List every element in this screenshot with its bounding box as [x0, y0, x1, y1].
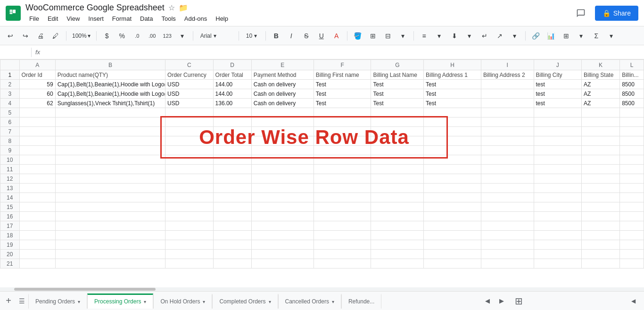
cell-d2[interactable]: 144.00: [213, 80, 251, 89]
cell-c3[interactable]: USD: [165, 89, 213, 99]
sheet-tab-refunded-orders[interactable]: Refunde...: [341, 293, 381, 309]
cell-d4[interactable]: 136.00: [213, 99, 251, 108]
link-button[interactable]: 🔗: [529, 29, 543, 42]
cell-a2[interactable]: 59: [19, 80, 55, 89]
cell-l3[interactable]: 8500: [620, 89, 644, 99]
cell-i4[interactable]: [481, 99, 534, 108]
fill-color-button[interactable]: 🪣: [351, 29, 364, 42]
menu-tools[interactable]: Tools: [157, 14, 179, 24]
italic-button[interactable]: I: [285, 29, 298, 42]
bold-button[interactable]: B: [270, 29, 283, 42]
cell-a4[interactable]: 62: [19, 99, 55, 108]
sheet-list-button[interactable]: ☰: [15, 294, 28, 308]
cell-b4[interactable]: Sunglasses(1),Vneck Tshirt(1),Tshirt(1): [55, 99, 165, 108]
text-rotate-button[interactable]: ↗: [493, 29, 506, 42]
col-header-e[interactable]: E: [251, 60, 314, 70]
cell-f4[interactable]: Test: [314, 99, 371, 108]
comments-button[interactable]: [572, 5, 589, 22]
col-header-j[interactable]: J: [534, 60, 581, 70]
sheet-tab-on-hold-orders[interactable]: On Hold Orders ▾: [153, 293, 212, 309]
strikethrough-button[interactable]: S: [300, 29, 313, 42]
cell-a1[interactable]: Order Id: [19, 70, 55, 80]
merge-button[interactable]: ⊟: [381, 29, 395, 42]
cell-i2[interactable]: [481, 80, 534, 89]
cell-e1[interactable]: Payment Method: [251, 70, 314, 80]
align-left-button[interactable]: ≡: [418, 29, 431, 42]
cell-k1[interactable]: Billing State: [582, 70, 620, 80]
cell-h2[interactable]: Test: [424, 80, 481, 89]
zoom-selector[interactable]: 100% ▾: [70, 32, 92, 40]
filter-button[interactable]: ⊞: [560, 29, 573, 42]
share-button[interactable]: 🔒 Share: [595, 6, 638, 21]
text-wrap-button[interactable]: ↵: [478, 29, 491, 42]
cell-c4[interactable]: USD: [165, 99, 213, 108]
sheet-scroll-right-button[interactable]: ▶: [495, 294, 508, 308]
cell-c1[interactable]: Order Currency: [165, 70, 213, 80]
sheet-tab-processing-orders[interactable]: Processing Orders ▾: [87, 293, 153, 309]
horizontal-scrollbar-thumb[interactable]: [14, 288, 156, 291]
cell-l4[interactable]: 8500: [620, 99, 644, 108]
col-header-d[interactable]: D: [213, 60, 251, 70]
cell-h4[interactable]: Test: [424, 99, 481, 108]
redo-button[interactable]: ↪: [19, 29, 32, 42]
cell-d3[interactable]: 144.00: [213, 89, 251, 99]
sheet-tab-pending-orders[interactable]: Pending Orders ▾: [28, 293, 87, 309]
function-arrow[interactable]: ▾: [605, 29, 618, 42]
font-selector[interactable]: Arial ▾: [197, 31, 235, 41]
menu-file[interactable]: File: [25, 14, 43, 24]
col-header-i[interactable]: I: [481, 60, 534, 70]
expand-sheet-button[interactable]: ⊞: [512, 294, 525, 308]
col-header-g[interactable]: G: [371, 60, 424, 70]
more-formats-button[interactable]: 123: [161, 29, 174, 42]
cell-h3[interactable]: Test: [424, 89, 481, 99]
cell-j4[interactable]: test: [534, 99, 581, 108]
chart-button[interactable]: 📊: [545, 29, 558, 42]
currency-button[interactable]: $: [100, 29, 114, 42]
menu-help[interactable]: Help: [212, 14, 232, 24]
cell-j1[interactable]: Billing City: [534, 70, 581, 80]
cell-i3[interactable]: [481, 89, 534, 99]
more-formats-arrow[interactable]: ▾: [176, 29, 189, 42]
undo-button[interactable]: ↩: [4, 29, 17, 42]
cell-f2[interactable]: Test: [314, 80, 371, 89]
align-arrow[interactable]: ▾: [433, 29, 446, 42]
paint-format-button[interactable]: 🖊: [49, 29, 62, 42]
font-size-selector[interactable]: 10 ▾: [243, 31, 262, 41]
cell-l1[interactable]: Billin...: [620, 70, 644, 80]
cell-e4[interactable]: Cash on delivery: [251, 99, 314, 108]
cell-f1[interactable]: Billing First name: [314, 70, 371, 80]
sheet-scroll-left-button[interactable]: ◀: [481, 294, 494, 308]
folder-icon[interactable]: 📁: [179, 3, 188, 12]
grid-scroll-area[interactable]: A B C D E F G H I J K L: [0, 59, 644, 287]
sheet-tab-collapse[interactable]: ◀: [625, 293, 642, 309]
cell-j2[interactable]: test: [534, 80, 581, 89]
cell-g1[interactable]: Billing Last Name: [371, 70, 424, 80]
underline-button[interactable]: U: [315, 29, 328, 42]
cell-b3[interactable]: Cap(1),Belt(1),Beanie(1),Hoodie with Log…: [55, 89, 165, 99]
text-rotate-arrow[interactable]: ▾: [508, 29, 521, 42]
cell-b1[interactable]: Product name(QTY): [55, 70, 165, 80]
menu-edit[interactable]: Edit: [44, 14, 62, 24]
cell-c2[interactable]: USD: [165, 80, 213, 89]
cell-d1[interactable]: Order Total: [213, 70, 251, 80]
col-header-a[interactable]: A: [19, 60, 55, 70]
borders-button[interactable]: ⊞: [366, 29, 380, 42]
text-color-button[interactable]: A: [330, 29, 343, 42]
menu-data[interactable]: Data: [136, 14, 157, 24]
filter-arrow[interactable]: ▾: [575, 29, 588, 42]
sheet-tab-completed-orders[interactable]: Completed Orders ▾: [212, 293, 278, 309]
col-header-k[interactable]: K: [582, 60, 620, 70]
cell-f3[interactable]: Test: [314, 89, 371, 99]
cell-e2[interactable]: Cash on delivery: [251, 80, 314, 89]
col-header-f[interactable]: F: [314, 60, 371, 70]
col-header-l[interactable]: L: [620, 60, 644, 70]
cell-i1[interactable]: Billing Address 2: [481, 70, 534, 80]
valign-arrow[interactable]: ▾: [463, 29, 476, 42]
menu-addons[interactable]: Add-ons: [181, 14, 211, 24]
print-button[interactable]: 🖨: [34, 29, 47, 42]
percent-button[interactable]: %: [116, 29, 129, 42]
star-icon[interactable]: ☆: [168, 3, 175, 12]
cell-k4[interactable]: AZ: [582, 99, 620, 108]
horizontal-scrollbar[interactable]: [0, 287, 644, 291]
valign-button[interactable]: ⬇: [448, 29, 461, 42]
